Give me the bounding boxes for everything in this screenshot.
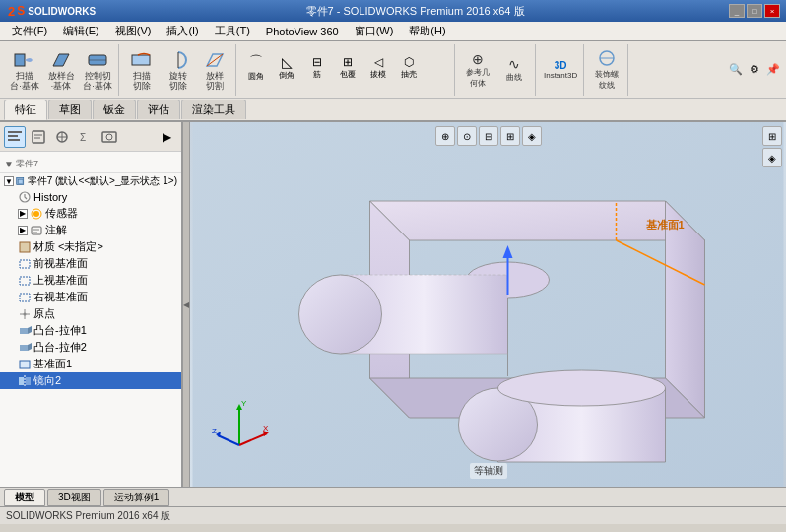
maximize-button[interactable]: □ bbox=[747, 4, 762, 18]
mirror-button[interactable]: ⟺ 镜向 bbox=[241, 93, 271, 96]
boundary-base-label: 控制切台·基体 bbox=[83, 72, 111, 91]
close-button[interactable]: × bbox=[764, 4, 780, 18]
tree-history[interactable]: History bbox=[0, 189, 181, 205]
fillet-button[interactable]: ⌒ 圆角 bbox=[241, 44, 271, 92]
annotations-expand-icon[interactable]: ▶ bbox=[18, 226, 28, 235]
filter-icon: ▼ bbox=[4, 159, 14, 169]
3d-model-svg: 基准面1 bbox=[190, 122, 786, 487]
display-manager-icon[interactable] bbox=[98, 126, 120, 148]
top-plane-icon bbox=[18, 274, 32, 288]
svg-rect-38 bbox=[20, 345, 28, 351]
tab-3dview[interactable]: 3D视图 bbox=[47, 489, 101, 506]
sensors-expand-icon[interactable]: ▶ bbox=[18, 209, 28, 219]
draft-button[interactable]: ◁ 拔模 bbox=[363, 44, 393, 92]
minimize-button[interactable]: _ bbox=[729, 4, 745, 18]
tree-front-plane[interactable]: 前视基准面 bbox=[0, 255, 181, 272]
boundary-base-button[interactable]: 控制切台·基体 bbox=[80, 46, 115, 94]
ref-geom-icon: ⊕ bbox=[472, 51, 484, 67]
curves-icon: ∿ bbox=[508, 56, 520, 72]
tree-origin[interactable]: 原点 bbox=[0, 305, 181, 322]
viewport[interactable]: 基准面1 Y X Z 等轴测 ⊞ ◈ bbox=[190, 122, 786, 487]
material-label: 材质 <未指定> bbox=[33, 239, 103, 254]
view-label: 等轴测 bbox=[470, 463, 507, 479]
panel-collapse-handle[interactable]: ◀ bbox=[182, 122, 190, 487]
svg-text:X: X bbox=[263, 424, 269, 432]
root-expand-icon[interactable]: ▼ bbox=[4, 176, 14, 186]
tree-top-plane[interactable]: 上视基准面 bbox=[0, 272, 181, 289]
options-icon[interactable]: ⚙ bbox=[746, 61, 763, 79]
tree-right-plane[interactable]: 右视基准面 bbox=[0, 289, 181, 305]
svg-text:基准面1: 基准面1 bbox=[646, 219, 685, 231]
menu-window[interactable]: 窗口(W) bbox=[347, 22, 402, 40]
property-manager-icon[interactable] bbox=[28, 126, 49, 148]
plane1-label: 基准面1 bbox=[33, 357, 72, 371]
config-manager-icon[interactable] bbox=[51, 126, 73, 148]
panel-arrow-right[interactable]: ▶ bbox=[156, 126, 177, 148]
tab-features[interactable]: 特征 bbox=[4, 100, 47, 120]
svg-text:Z: Z bbox=[212, 427, 217, 435]
ref-geom-label: 参考几何体 bbox=[466, 67, 490, 89]
vp-icon4[interactable]: ⊞ bbox=[500, 126, 520, 146]
filter-label: 零件7 bbox=[16, 158, 38, 170]
menu-view[interactable]: 视图(V) bbox=[107, 22, 160, 40]
tree-extrude1[interactable]: 凸台-拉伸1 bbox=[0, 322, 181, 339]
wrap-icon: ⊞ bbox=[343, 55, 353, 69]
viewport-right-icons: ⊞ ◈ bbox=[762, 126, 782, 167]
chamfer-button[interactable]: ◺ 倒角 bbox=[272, 44, 301, 92]
tab-sketch[interactable]: 草图 bbox=[48, 100, 92, 119]
collapse-arrow-icon: ◀ bbox=[183, 300, 189, 309]
feature-tree: ▼ 零件7 ▼ 零件7 (默认<<默认>_显示状态 1>) History ▶ … bbox=[0, 152, 181, 487]
status-text: SOLIDWORKS Premium 2016 x64 版 bbox=[6, 509, 170, 523]
tab-sheet-metal[interactable]: 钣金 bbox=[93, 100, 136, 119]
viewport-top-icons: ⊕ ⊙ ⊟ ⊞ ◈ bbox=[435, 126, 542, 146]
menu-file[interactable]: 文件(F) bbox=[4, 22, 55, 40]
menu-insert[interactable]: 插入(I) bbox=[159, 22, 206, 40]
curves-button[interactable]: ∿ 曲线 bbox=[496, 46, 532, 94]
tab-evaluate[interactable]: 评估 bbox=[137, 100, 180, 119]
instant3d-icon: 3D bbox=[555, 60, 567, 71]
view-options-icon[interactable]: ⊞ bbox=[762, 126, 782, 146]
swept-cut-button[interactable]: 扫描切除 bbox=[124, 46, 160, 94]
menu-tools[interactable]: 工具(T) bbox=[207, 22, 258, 40]
menu-edit[interactable]: 编辑(E) bbox=[55, 22, 107, 40]
dim-expert-icon[interactable]: Σ bbox=[75, 126, 97, 148]
tree-annotations[interactable]: ▶ 注解 bbox=[0, 222, 181, 238]
tree-material[interactable]: 材质 <未指定> bbox=[0, 238, 181, 255]
tab-render[interactable]: 渲染工具 bbox=[181, 100, 246, 119]
pin-icon[interactable]: 📌 bbox=[764, 61, 782, 79]
svg-rect-43 bbox=[26, 377, 31, 385]
loft-base-button[interactable]: 放样台·基体 bbox=[43, 46, 79, 94]
revolve-cut-button[interactable]: 旋转切除 bbox=[161, 46, 196, 94]
menu-photoview[interactable]: PhotoView 360 bbox=[258, 24, 347, 39]
ref-geom-button[interactable]: ⊕ 参考几何体 bbox=[460, 46, 495, 94]
sweep-base-button[interactable]: 扫描台·基体 bbox=[7, 46, 42, 94]
cosmetic-thread-button[interactable]: 装饰螺纹线 bbox=[589, 46, 624, 94]
instant3d-button[interactable]: 3D Instant3D bbox=[541, 46, 580, 94]
tree-sensors[interactable]: ▶ 传感器 bbox=[0, 205, 181, 222]
chamfer-label: 倒角 bbox=[279, 70, 295, 81]
loft-cut-button[interactable]: 放样切割 bbox=[197, 46, 232, 94]
search-icon[interactable]: 🔍 bbox=[727, 61, 745, 79]
display-style-icon[interactable]: ◈ bbox=[762, 148, 782, 167]
menu-help[interactable]: 帮助(H) bbox=[401, 22, 453, 40]
feature-manager-icon[interactable] bbox=[4, 126, 26, 148]
svg-point-24 bbox=[33, 211, 39, 217]
tree-mirror2[interactable]: 镜向2 bbox=[0, 372, 181, 389]
annotation-icon bbox=[30, 224, 43, 237]
front-plane-label: 前视基准面 bbox=[33, 256, 88, 271]
tree-extrude2[interactable]: 凸台-拉伸2 bbox=[0, 339, 181, 356]
vp-icon5[interactable]: ◈ bbox=[522, 126, 542, 146]
shell-button[interactable]: ⬡ 抽壳 bbox=[394, 44, 424, 92]
wrap-button[interactable]: ⊞ 包覆 bbox=[333, 44, 362, 92]
tree-root[interactable]: ▼ 零件7 (默认<<默认>_显示状态 1>) bbox=[0, 173, 181, 189]
loft-cut-icon bbox=[203, 48, 227, 72]
vp-icon1[interactable]: ⊕ bbox=[435, 126, 455, 146]
rib-button[interactable]: ⊟ 筋 bbox=[302, 44, 332, 92]
vp-icon2[interactable]: ⊙ bbox=[457, 126, 477, 146]
tab-motion[interactable]: 运动算例1 bbox=[103, 489, 170, 506]
tree-plane1[interactable]: 基准面1 bbox=[0, 356, 181, 372]
plane1-icon bbox=[18, 358, 32, 371]
tab-model[interactable]: 模型 bbox=[4, 489, 45, 506]
swept-cut-icon bbox=[130, 48, 154, 72]
vp-icon3[interactable]: ⊟ bbox=[479, 126, 498, 146]
